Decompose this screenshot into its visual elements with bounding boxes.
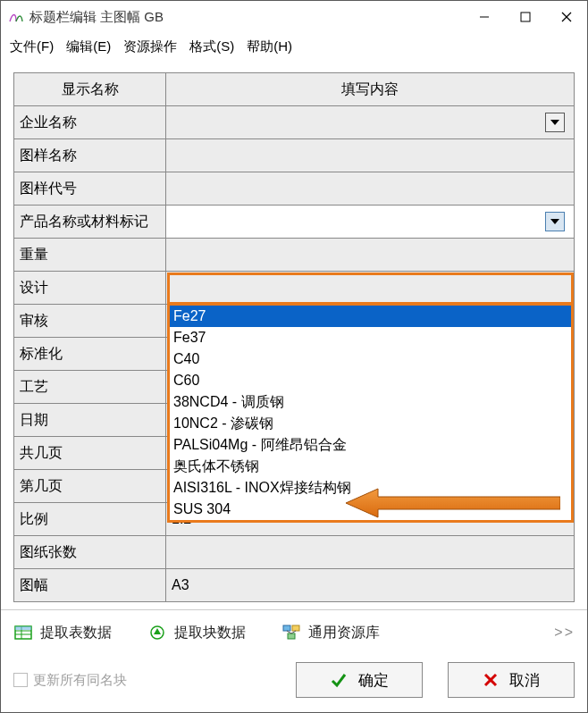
row-value-cell[interactable]	[166, 239, 575, 272]
app-icon	[8, 9, 24, 25]
row-label: 图样名称	[14, 139, 166, 172]
row-value-cell[interactable]	[166, 206, 575, 239]
window-controls	[464, 1, 587, 33]
resource-lib-label: 通用资源库	[308, 624, 380, 642]
extract-block-button[interactable]: 提取块数据	[147, 623, 246, 642]
row-label: 重量	[14, 239, 166, 272]
row-label: 企业名称	[14, 106, 166, 139]
dialog-window: 标题栏编辑 主图幅 GB 文件(F) 编辑(E) 资源操作 格式(S) 帮助(H…	[0, 0, 588, 713]
row-value: A3	[172, 577, 189, 593]
update-same-name-checkbox[interactable]: 更新所有同名块	[13, 672, 127, 689]
library-icon	[281, 623, 301, 642]
table-row: 图幅A3	[14, 569, 575, 602]
minimize-button[interactable]	[464, 1, 505, 33]
checkbox-icon	[13, 673, 28, 687]
svg-line-2	[562, 13, 571, 21]
row-value-cell[interactable]	[166, 272, 575, 305]
close-button[interactable]	[546, 1, 587, 33]
table-icon	[13, 623, 33, 642]
menubar: 文件(F) 编辑(E) 资源操作 格式(S) 帮助(H)	[1, 33, 587, 60]
row-label: 共几页	[14, 437, 166, 470]
row-label: 产品名称或材料标记	[14, 206, 166, 239]
cancel-label: 取消	[509, 670, 540, 691]
dropdown-option[interactable]: Fe27	[170, 306, 571, 327]
content-area: 显示名称 填写内容 企业名称图样名称图样代号产品名称或材料标记重量设计审核标准化…	[1, 60, 587, 609]
chevron-down-icon	[550, 120, 559, 125]
row-label: 图样代号	[14, 172, 166, 206]
row-label: 日期	[14, 404, 166, 437]
dropdown-toggle[interactable]	[545, 113, 565, 132]
row-label: 标准化	[14, 338, 166, 371]
action-bar: 更新所有同名块 确定 取消	[1, 655, 587, 712]
menu-edit[interactable]: 编辑(E)	[66, 38, 111, 55]
toolbar-overflow[interactable]: >>	[554, 625, 575, 641]
row-label: 工艺	[14, 371, 166, 404]
extract-table-label: 提取表数据	[40, 624, 112, 642]
col-header-value: 填写内容	[166, 73, 575, 106]
svg-rect-9	[15, 626, 31, 630]
chevron-down-icon	[550, 219, 559, 224]
svg-rect-12	[283, 625, 290, 631]
row-label: 设计	[14, 272, 166, 305]
table-row: 产品名称或材料标记	[14, 206, 575, 239]
block-icon	[147, 623, 167, 642]
row-value-cell[interactable]	[166, 139, 575, 172]
window-title: 标题栏编辑 主图幅 GB	[29, 9, 164, 26]
bottom-toolbar: 提取表数据 提取块数据 通用资源库	[1, 609, 587, 655]
svg-marker-11	[154, 628, 161, 634]
maximize-button[interactable]	[505, 1, 546, 33]
table-row: 企业名称	[14, 106, 575, 139]
table-row: 重量	[14, 239, 575, 272]
titlebar: 标题栏编辑 主图幅 GB	[1, 1, 587, 33]
dropdown-option[interactable]: Fe37	[170, 327, 571, 348]
row-value-cell[interactable]	[166, 172, 575, 206]
dropdown-option[interactable]: PALSi04Mg - 阿维昂铝合金	[170, 434, 571, 456]
col-header-name: 显示名称	[14, 73, 166, 106]
check-icon	[330, 671, 348, 689]
ok-label: 确定	[358, 670, 389, 691]
table-row: 设计	[14, 272, 575, 305]
dropdown-option[interactable]: 奥氏体不锈钢	[170, 456, 571, 477]
dropdown-option[interactable]: AISI316L - INOX焊接结构钢	[170, 477, 571, 499]
extract-table-button[interactable]: 提取表数据	[13, 623, 112, 642]
cancel-button[interactable]: 取消	[448, 662, 575, 698]
material-dropdown-popup[interactable]: Fe27Fe37C40C6038NCD4 - 调质钢10NC2 - 渗碳钢PAL…	[167, 303, 574, 523]
row-label: 第几页	[14, 470, 166, 503]
table-row: 图样代号	[14, 172, 575, 206]
dropdown-option[interactable]: SUS 304	[170, 499, 571, 520]
svg-line-3	[562, 13, 571, 21]
ok-button[interactable]: 确定	[296, 662, 423, 698]
extract-block-label: 提取块数据	[174, 624, 246, 642]
row-value-cell[interactable]	[166, 106, 575, 139]
x-icon	[483, 672, 499, 688]
dropdown-option[interactable]: 10NC2 - 渗碳钢	[170, 413, 571, 434]
row-label: 审核	[14, 305, 166, 338]
dropdown-option[interactable]: 38NCD4 - 调质钢	[170, 391, 571, 413]
svg-rect-14	[288, 633, 295, 639]
menu-file[interactable]: 文件(F)	[10, 38, 54, 55]
dropdown-toggle[interactable]	[545, 212, 565, 231]
resource-lib-button[interactable]: 通用资源库	[281, 623, 380, 642]
row-label: 图幅	[14, 569, 166, 602]
svg-rect-13	[292, 625, 299, 631]
row-label: 图纸张数	[14, 536, 166, 569]
table-row: 图样名称	[14, 139, 575, 172]
menu-help[interactable]: 帮助(H)	[247, 38, 292, 55]
row-value-cell[interactable]: A3	[166, 569, 575, 602]
update-same-name-label: 更新所有同名块	[33, 672, 127, 689]
dropdown-option[interactable]: C60	[170, 370, 571, 391]
row-label: 比例	[14, 503, 166, 536]
menu-format[interactable]: 格式(S)	[189, 38, 234, 55]
table-row: 图纸张数	[14, 536, 575, 569]
menu-resources[interactable]: 资源操作	[123, 38, 177, 55]
svg-rect-1	[521, 13, 530, 21]
row-value-cell[interactable]	[166, 536, 575, 569]
dropdown-option[interactable]: C40	[170, 348, 571, 370]
